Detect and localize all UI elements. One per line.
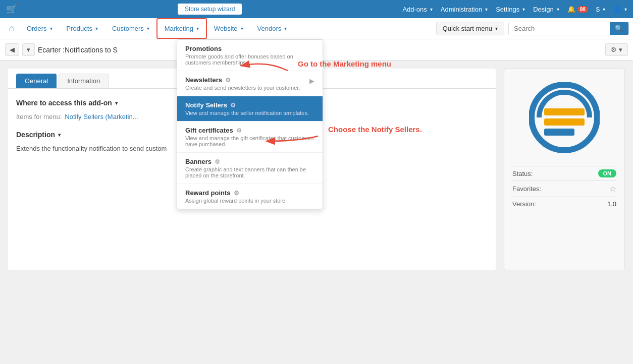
dropdown-item-notify-sellers-title: Notify Sellers ⚙: [185, 101, 314, 109]
nav-orders-caret: ▾: [50, 26, 52, 31]
gear-button[interactable]: ⚙ ▾: [605, 43, 628, 56]
nav-website-label: Website: [214, 25, 238, 32]
top-bar-right: Add-ons ▾ Administration ▾ Settings ▾ De…: [402, 6, 627, 13]
search-input[interactable]: [509, 22, 610, 35]
status-row: Status: ON: [512, 166, 616, 180]
addons-caret: ▾: [430, 7, 433, 12]
dropdown-item-reward-points-title: Reward points ⚙: [185, 189, 314, 197]
dropdown-item-banners[interactable]: Banners ⚙ Create graphic and text banner…: [177, 153, 323, 184]
bell-icon: 🔔: [567, 6, 575, 13]
newsletters-row: Newsletters ⚙ Create and send newsletter…: [185, 76, 314, 91]
search-container: 🔍: [508, 22, 629, 35]
menu-label: Items for menu:: [16, 113, 62, 120]
dropdown-item-banners-desc: Create graphic and text banners that can…: [185, 166, 314, 178]
quick-start-label: Quick start menu: [443, 25, 492, 32]
administration-caret: ▾: [485, 7, 488, 12]
tab-general[interactable]: General: [16, 74, 57, 88]
design-caret: ▾: [557, 7, 559, 12]
dropdown-item-newsletters-desc: Create and send newsletters to your cust…: [185, 85, 300, 91]
notify-sellers-plugin-icon: ⚙: [230, 102, 236, 109]
notification-badge: 98: [577, 6, 588, 13]
user-caret: ▾: [624, 7, 627, 12]
dropdown-item-gift-certificates-desc: View and manage the gift certificates th…: [185, 135, 314, 147]
nav-products[interactable]: Products ▾: [60, 18, 105, 39]
nav-orders-label: Orders: [27, 25, 47, 32]
top-bar-left: 🛒: [6, 4, 17, 15]
cart-icon[interactable]: 🛒: [6, 4, 17, 15]
user-icon: 👤: [613, 6, 621, 13]
nav-vendors[interactable]: Vendors ▾: [250, 18, 294, 39]
nav-marketing-label: Marketing: [165, 25, 193, 32]
status-toggle[interactable]: ON: [598, 169, 617, 177]
setup-wizard-button[interactable]: Store setup wizard: [178, 4, 242, 15]
nav-products-caret: ▾: [95, 26, 98, 31]
nav-marketing[interactable]: Marketing ▾: [156, 18, 207, 39]
dropdown-item-banners-title: Banners ⚙: [185, 158, 314, 165]
dropdown-item-reward-points[interactable]: Reward points ⚙ Assign global reward poi…: [177, 184, 323, 209]
top-bar: 🛒 Store setup wizard Add-ons ▾ Administr…: [0, 0, 633, 18]
notification-bell[interactable]: 🔔 98: [567, 6, 588, 13]
dropdown-item-newsletters[interactable]: Newsletters ⚙ Create and send newsletter…: [177, 71, 323, 96]
administration-label: Administration: [441, 6, 482, 13]
version-value: 1.0: [607, 200, 616, 208]
dropdown-item-reward-points-desc: Assign global reward points in your stor…: [185, 198, 314, 204]
back-button[interactable]: ◀: [5, 43, 19, 56]
nav-orders[interactable]: Orders ▾: [20, 18, 60, 39]
administration-menu[interactable]: Administration ▾: [441, 6, 488, 13]
version-row: Version: 1.0: [512, 197, 616, 211]
user-menu[interactable]: 👤 ▾: [613, 6, 627, 13]
currency-label: $: [596, 6, 600, 13]
nav-customers-caret: ▾: [147, 26, 149, 31]
addon-logo: [524, 77, 605, 158]
design-menu[interactable]: Design ▾: [533, 6, 559, 13]
favorites-label: Favorites:: [512, 185, 541, 193]
nav-customers[interactable]: Customers ▾: [105, 18, 156, 39]
nav-vendors-caret: ▾: [284, 26, 287, 31]
dropdown-item-gift-certificates[interactable]: Gift certificates ⚙ View and manage the …: [177, 122, 323, 153]
nav-marketing-caret: ▾: [196, 26, 199, 31]
dropdown-item-gift-certificates-title: Gift certificates ⚙: [185, 127, 314, 134]
banners-plugin-icon: ⚙: [215, 158, 220, 165]
search-button[interactable]: 🔍: [610, 22, 628, 35]
favorites-star-icon[interactable]: ☆: [609, 184, 616, 194]
dropdown-item-notify-sellers[interactable]: Notify Sellers ⚙ View and manage the sel…: [177, 96, 323, 122]
nav-products-label: Products: [67, 25, 92, 32]
tab-information[interactable]: Information: [59, 74, 109, 88]
nav-toggle-button[interactable]: ▾: [22, 43, 35, 56]
dropdown-menu: Promotions Promote goods and offer bonus…: [177, 39, 323, 209]
gear-icon: ⚙: [611, 46, 617, 53]
svg-rect-1: [544, 108, 585, 115]
favorites-row: Favorites: ☆: [512, 180, 616, 197]
addons-menu[interactable]: Add-ons ▾: [402, 6, 432, 13]
settings-label: Settings: [496, 6, 519, 13]
sidebar: Status: ON Favorites: ☆ Version: 1.0: [504, 69, 625, 270]
top-bar-center: Store setup wizard: [17, 4, 402, 15]
quick-start-caret: ▾: [495, 26, 498, 31]
nav-bar: ⌂ Orders ▾ Products ▾ Customers ▾ Market…: [0, 18, 633, 39]
status-label: Status:: [512, 170, 533, 177]
nav-right: Quick start menu ▾ 🔍: [436, 22, 629, 35]
design-label: Design: [533, 6, 553, 13]
version-label: Version:: [512, 200, 536, 208]
svg-rect-2: [544, 118, 585, 126]
gear-caret: ▾: [619, 46, 622, 53]
svg-rect-3: [544, 129, 574, 136]
dropdown-item-newsletters-title: Newsletters ⚙: [185, 76, 300, 84]
home-button[interactable]: ⌂: [4, 23, 20, 34]
quick-start-button[interactable]: Quick start menu ▾: [436, 22, 504, 35]
newsletters-left: Newsletters ⚙ Create and send newsletter…: [185, 76, 300, 91]
currency-menu[interactable]: $ ▾: [596, 6, 605, 13]
nav-website-caret: ▾: [241, 26, 243, 31]
dropdown-overlay: Promotions Promote goods and offer bonus…: [177, 39, 323, 209]
dropdown-item-promotions[interactable]: Promotions Promote goods and offer bonus…: [177, 40, 323, 71]
nav-vendors-label: Vendors: [257, 25, 282, 32]
menu-link[interactable]: Notify Sellers (Marketin...: [65, 113, 138, 120]
nav-website[interactable]: Website ▾: [207, 18, 250, 39]
addons-label: Add-ons: [402, 6, 427, 13]
dropdown-item-promotions-title: Promotions: [185, 45, 314, 52]
gift-plugin-icon: ⚙: [236, 127, 242, 134]
nav-customers-label: Customers: [112, 25, 144, 32]
dropdown-item-notify-sellers-desc: View and manage the seller notification …: [185, 110, 314, 116]
settings-menu[interactable]: Settings ▾: [496, 6, 525, 13]
newsletters-plugin-icon: ⚙: [225, 77, 231, 84]
